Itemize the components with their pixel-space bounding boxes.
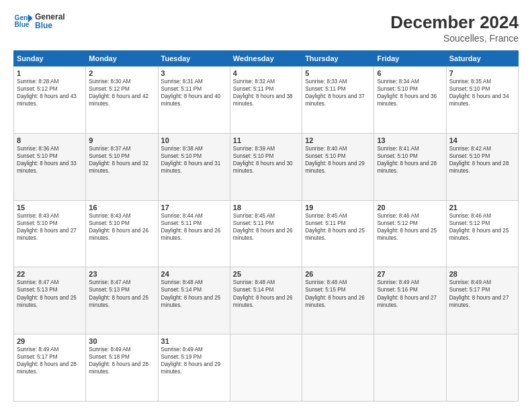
- day-info: Sunrise: 8:49 AMSunset: 5:17 PMDaylight:…: [449, 279, 515, 308]
- page: General Blue General Blue December 2024 …: [0, 0, 532, 411]
- day-info: Sunrise: 8:40 AMSunset: 5:10 PMDaylight:…: [305, 145, 371, 175]
- calendar-cell: 1Sunrise: 8:28 AMSunset: 5:12 PMDaylight…: [14, 66, 86, 134]
- weekday-header-wednesday: Wednesday: [230, 51, 302, 66]
- calendar-cell: 2Sunrise: 8:30 AMSunset: 5:12 PMDaylight…: [86, 66, 158, 134]
- day-number: 1: [17, 69, 83, 77]
- day-number: 19: [305, 203, 371, 212]
- day-number: 18: [233, 203, 299, 212]
- day-number: 22: [17, 270, 83, 278]
- day-number: 7: [449, 69, 515, 77]
- day-info: Sunrise: 8:49 AMSunset: 5:18 PMDaylight:…: [89, 346, 154, 375]
- logo: General Blue General Blue: [13, 12, 65, 31]
- day-info: Sunrise: 8:48 AMSunset: 5:15 PMDaylight:…: [305, 279, 371, 308]
- calendar-cell: 28Sunrise: 8:49 AMSunset: 5:17 PMDayligh…: [446, 267, 518, 334]
- header: General Blue General Blue December 2024 …: [13, 12, 519, 44]
- calendar-cell: 19Sunrise: 8:45 AMSunset: 5:11 PMDayligh…: [302, 200, 374, 267]
- calendar-week-row: 15Sunrise: 8:43 AMSunset: 5:10 PMDayligh…: [14, 200, 519, 267]
- day-number: 14: [449, 136, 515, 144]
- day-info: Sunrise: 8:49 AMSunset: 5:19 PMDaylight:…: [161, 346, 227, 375]
- day-number: 10: [161, 136, 227, 144]
- day-info: Sunrise: 8:28 AMSunset: 5:12 PMDaylight:…: [17, 78, 83, 107]
- day-info: Sunrise: 8:49 AMSunset: 5:17 PMDaylight:…: [17, 346, 83, 375]
- day-number: 11: [233, 136, 299, 144]
- day-info: Sunrise: 8:45 AMSunset: 5:11 PMDaylight:…: [305, 212, 371, 242]
- title-block: December 2024 Soucelles, France: [390, 12, 519, 44]
- day-info: Sunrise: 8:37 AMSunset: 5:10 PMDaylight:…: [89, 145, 154, 175]
- day-number: 2: [89, 69, 154, 77]
- calendar-cell: 27Sunrise: 8:49 AMSunset: 5:16 PMDayligh…: [374, 267, 446, 334]
- weekday-header-tuesday: Tuesday: [158, 51, 230, 66]
- calendar-cell: 22Sunrise: 8:47 AMSunset: 5:13 PMDayligh…: [14, 267, 86, 334]
- calendar-cell: 8Sunrise: 8:36 AMSunset: 5:10 PMDaylight…: [14, 133, 86, 200]
- logo-icon: General Blue: [13, 12, 32, 31]
- calendar-cell: 16Sunrise: 8:43 AMSunset: 5:10 PMDayligh…: [86, 200, 158, 267]
- calendar-cell: [374, 334, 446, 402]
- calendar-cell: [302, 334, 374, 402]
- day-number: 13: [377, 136, 443, 144]
- calendar-cell: 14Sunrise: 8:42 AMSunset: 5:10 PMDayligh…: [446, 133, 518, 200]
- calendar-week-row: 1Sunrise: 8:28 AMSunset: 5:12 PMDaylight…: [14, 66, 519, 134]
- calendar-cell: 26Sunrise: 8:48 AMSunset: 5:15 PMDayligh…: [302, 267, 374, 334]
- day-number: 30: [89, 337, 154, 345]
- day-info: Sunrise: 8:33 AMSunset: 5:11 PMDaylight:…: [305, 78, 371, 107]
- calendar-cell: 6Sunrise: 8:34 AMSunset: 5:10 PMDaylight…: [374, 66, 446, 134]
- day-info: Sunrise: 8:45 AMSunset: 5:11 PMDaylight:…: [233, 212, 299, 242]
- day-number: 29: [17, 337, 83, 345]
- calendar-week-row: 8Sunrise: 8:36 AMSunset: 5:10 PMDaylight…: [14, 133, 519, 200]
- day-number: 3: [161, 69, 227, 77]
- day-number: 6: [377, 69, 443, 77]
- day-number: 31: [161, 337, 227, 345]
- calendar-cell: 3Sunrise: 8:31 AMSunset: 5:11 PMDaylight…: [158, 66, 230, 134]
- day-number: 4: [233, 69, 299, 77]
- calendar-cell: [446, 334, 518, 402]
- day-info: Sunrise: 8:32 AMSunset: 5:11 PMDaylight:…: [233, 78, 299, 107]
- day-info: Sunrise: 8:36 AMSunset: 5:10 PMDaylight:…: [17, 145, 83, 175]
- day-number: 8: [17, 136, 83, 144]
- calendar-cell: [230, 334, 302, 402]
- day-info: Sunrise: 8:35 AMSunset: 5:10 PMDaylight:…: [449, 78, 515, 107]
- day-info: Sunrise: 8:38 AMSunset: 5:10 PMDaylight:…: [161, 145, 227, 175]
- calendar-cell: 7Sunrise: 8:35 AMSunset: 5:10 PMDaylight…: [446, 66, 518, 134]
- day-info: Sunrise: 8:34 AMSunset: 5:10 PMDaylight:…: [377, 78, 443, 107]
- day-info: Sunrise: 8:30 AMSunset: 5:12 PMDaylight:…: [89, 78, 154, 107]
- weekday-header-thursday: Thursday: [302, 51, 374, 66]
- day-number: 26: [305, 270, 371, 278]
- logo-line2: Blue: [35, 21, 65, 30]
- calendar-cell: 4Sunrise: 8:32 AMSunset: 5:11 PMDaylight…: [230, 66, 302, 134]
- day-info: Sunrise: 8:46 AMSunset: 5:12 PMDaylight:…: [377, 212, 443, 242]
- day-number: 24: [161, 270, 227, 278]
- calendar-cell: 30Sunrise: 8:49 AMSunset: 5:18 PMDayligh…: [86, 334, 158, 402]
- day-number: 20: [377, 203, 443, 212]
- day-info: Sunrise: 8:47 AMSunset: 5:13 PMDaylight:…: [17, 279, 83, 308]
- day-number: 9: [89, 136, 154, 144]
- calendar-cell: 31Sunrise: 8:49 AMSunset: 5:19 PMDayligh…: [158, 334, 230, 402]
- calendar-cell: 20Sunrise: 8:46 AMSunset: 5:12 PMDayligh…: [374, 200, 446, 267]
- calendar-cell: 24Sunrise: 8:48 AMSunset: 5:14 PMDayligh…: [158, 267, 230, 334]
- day-info: Sunrise: 8:39 AMSunset: 5:10 PMDaylight:…: [233, 145, 299, 175]
- day-number: 21: [449, 203, 515, 212]
- calendar-cell: 13Sunrise: 8:41 AMSunset: 5:10 PMDayligh…: [374, 133, 446, 200]
- calendar-cell: 10Sunrise: 8:38 AMSunset: 5:10 PMDayligh…: [158, 133, 230, 200]
- day-number: 12: [305, 136, 371, 144]
- calendar-cell: 21Sunrise: 8:46 AMSunset: 5:12 PMDayligh…: [446, 200, 518, 267]
- day-info: Sunrise: 8:48 AMSunset: 5:14 PMDaylight:…: [161, 279, 227, 308]
- weekday-header-saturday: Saturday: [446, 51, 518, 66]
- day-info: Sunrise: 8:41 AMSunset: 5:10 PMDaylight:…: [377, 145, 443, 175]
- day-number: 15: [17, 203, 83, 212]
- day-info: Sunrise: 8:43 AMSunset: 5:10 PMDaylight:…: [89, 212, 154, 242]
- day-number: 5: [305, 69, 371, 77]
- calendar-cell: 12Sunrise: 8:40 AMSunset: 5:10 PMDayligh…: [302, 133, 374, 200]
- day-number: 17: [161, 203, 227, 212]
- page-title: December 2024: [390, 12, 519, 33]
- calendar-cell: 23Sunrise: 8:47 AMSunset: 5:13 PMDayligh…: [86, 267, 158, 334]
- day-info: Sunrise: 8:47 AMSunset: 5:13 PMDaylight:…: [89, 279, 154, 308]
- svg-text:Blue: Blue: [15, 21, 30, 28]
- calendar-cell: 29Sunrise: 8:49 AMSunset: 5:17 PMDayligh…: [14, 334, 86, 402]
- calendar-cell: 18Sunrise: 8:45 AMSunset: 5:11 PMDayligh…: [230, 200, 302, 267]
- day-number: 28: [449, 270, 515, 278]
- weekday-header-friday: Friday: [374, 51, 446, 66]
- page-subtitle: Soucelles, France: [390, 33, 519, 44]
- day-info: Sunrise: 8:46 AMSunset: 5:12 PMDaylight:…: [449, 212, 515, 242]
- weekday-header-monday: Monday: [86, 51, 158, 66]
- calendar-cell: 5Sunrise: 8:33 AMSunset: 5:11 PMDaylight…: [302, 66, 374, 134]
